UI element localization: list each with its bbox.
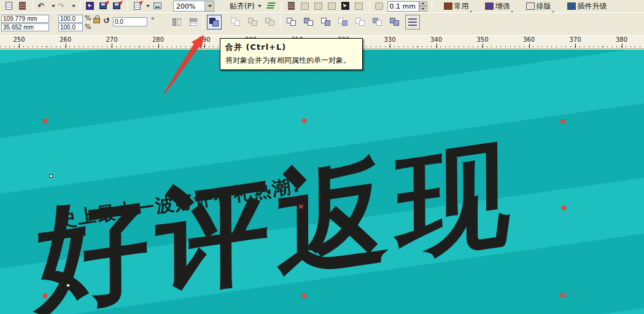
application-launcher-icon[interactable] <box>132 1 143 11</box>
rotation-angle-field[interactable] <box>113 17 147 26</box>
nudge-up-icon[interactable] <box>419 1 427 7</box>
zoom-dropdown-button[interactable] <box>204 1 214 11</box>
intersect-icon <box>321 18 331 26</box>
selection-handle[interactable] <box>561 119 565 124</box>
ruler-label: 340 <box>430 36 442 43</box>
snap-dropdown[interactable]: 贴齐(P) <box>228 1 263 12</box>
create-boundary-button[interactable] <box>387 15 402 29</box>
curve-node-marker[interactable] <box>49 175 53 178</box>
trim-button[interactable] <box>301 15 316 29</box>
export-icon[interactable] <box>98 1 109 11</box>
simplify-icon <box>338 18 348 26</box>
copy-icon[interactable] <box>4 1 15 11</box>
toolbar-separator <box>281 1 282 11</box>
workspace-enhance-button[interactable]: 增强 <box>483 1 513 12</box>
enhance-icon <box>485 2 494 10</box>
zoom-combobox[interactable]: 200% <box>173 1 214 12</box>
zoom-value[interactable]: 200% <box>174 2 204 10</box>
align-distribute-icon <box>408 18 417 26</box>
pick-icon[interactable] <box>327 1 338 11</box>
degree-sign: ° <box>151 16 155 24</box>
mirror-horizontal-button[interactable] <box>169 15 184 29</box>
combine-button[interactable] <box>207 15 222 29</box>
weld-icon <box>287 18 297 26</box>
selection-handle[interactable] <box>43 294 47 298</box>
object-x-field[interactable] <box>1 15 49 23</box>
snap-dropdown-icon <box>258 5 262 7</box>
intersect-button[interactable] <box>319 15 333 29</box>
redo-icon: ↷ <box>58 1 69 11</box>
toolbar-separator <box>369 1 370 11</box>
tooltip-title: 合并 (Ctrl+L) <box>225 42 357 53</box>
mirror-vertical-icon <box>188 18 198 26</box>
ruler-label: 350 <box>476 36 488 43</box>
toolbar-separator <box>33 1 33 11</box>
graph-icon[interactable] <box>340 1 351 11</box>
drawing-canvas[interactable]: 史上最大一波好评有礼热潮! 好评返现 × <box>0 50 644 314</box>
lock-ratio-icon[interactable] <box>93 18 100 23</box>
trim-icon <box>304 18 314 26</box>
mirror-vertical-button[interactable] <box>186 15 201 29</box>
weld-button[interactable] <box>284 15 299 29</box>
selection-handle[interactable] <box>562 206 566 210</box>
simplify-button[interactable] <box>336 15 351 29</box>
front-minus-back-button[interactable] <box>353 15 368 29</box>
group-icon <box>231 18 241 26</box>
nudge-value[interactable]: 0.1 mm <box>387 1 419 12</box>
selection-handle[interactable] <box>43 119 47 123</box>
welcome-screen-icon[interactable] <box>152 1 163 11</box>
ruler-label: 270 <box>106 36 117 43</box>
scale-y-field[interactable] <box>58 23 83 31</box>
standard-toolbar: ↶ ↷ 200% 贴齐(P) 0.1 mm <box>0 0 644 12</box>
align-distribute-button[interactable] <box>405 15 420 29</box>
coreldraw-window: ↶ ↷ 200% 贴齐(P) 0.1 mm <box>0 0 644 314</box>
selection-handle[interactable] <box>561 293 565 297</box>
options-icon[interactable] <box>286 1 297 11</box>
ungroup-button <box>246 15 260 29</box>
snap-options-icon[interactable] <box>266 1 277 11</box>
paste-icon[interactable] <box>17 1 28 11</box>
curve-node-marker[interactable] <box>66 284 70 287</box>
disabled-icon <box>354 1 365 11</box>
scale-x-field[interactable] <box>58 15 83 23</box>
back-minus-front-button[interactable] <box>370 15 385 29</box>
ruler-label: 330 <box>384 36 395 43</box>
ungroup-all-button <box>263 15 277 29</box>
ungroup-all-icon <box>265 18 275 26</box>
ruler-label: 250 <box>13 36 25 43</box>
object-y-field[interactable] <box>1 23 49 31</box>
create-boundary-icon <box>390 18 400 26</box>
toolbar-separator <box>80 1 80 11</box>
printer-icon <box>444 2 452 10</box>
nudge-offset-icon <box>374 1 385 11</box>
selection-handle[interactable] <box>302 294 306 298</box>
nudge-down-icon[interactable] <box>419 6 427 12</box>
ruler-label: 280 <box>152 36 164 43</box>
launcher-dropdown-icon[interactable] <box>146 5 150 7</box>
ruler-label: 260 <box>60 36 71 43</box>
percent-sign: % <box>85 23 91 31</box>
back-minus-front-icon <box>373 18 382 26</box>
ruler-label: 360 <box>523 36 535 43</box>
combine-icon <box>209 18 219 26</box>
back-icon[interactable] <box>313 1 324 11</box>
group-button[interactable] <box>228 15 243 29</box>
undo-icon[interactable]: ↶ <box>37 1 48 11</box>
tooltip: 合并 (Ctrl+L) 将对象合并为有相同属性的单一对象。 <box>220 38 363 70</box>
import-icon[interactable] <box>85 1 96 11</box>
ruler-label: 380 <box>616 36 627 43</box>
selection-handle[interactable] <box>302 119 306 123</box>
workspace-layout-button[interactable]: 排版 <box>524 1 554 12</box>
workspace-plugin-button[interactable]: 插件升级 <box>565 1 610 12</box>
property-bar: % % ↺ ° <box>0 12 644 34</box>
rotation-center-marker[interactable]: × <box>298 202 305 211</box>
undo-dropdown-icon[interactable] <box>52 5 55 7</box>
nudge-spinner[interactable]: 0.1 mm <box>387 1 427 12</box>
workspace-common-button[interactable]: 常用 <box>441 1 471 12</box>
redo-dropdown-icon[interactable] <box>72 5 76 7</box>
front-minus-back-icon <box>355 18 365 26</box>
layout-icon <box>526 2 535 10</box>
export-web-icon[interactable] <box>112 1 123 11</box>
ruler-label: 370 <box>569 36 581 43</box>
grid-setup-icon[interactable] <box>300 1 311 11</box>
